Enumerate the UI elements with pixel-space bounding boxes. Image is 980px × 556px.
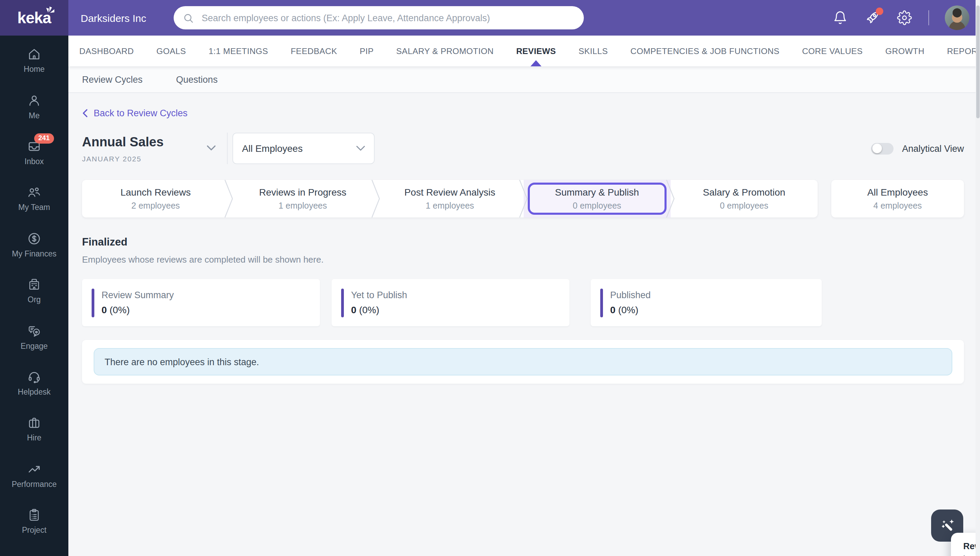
- stat-value: 0 (0%): [351, 304, 407, 315]
- scrollbar-thumb[interactable]: [976, 5, 979, 118]
- tab-salary-promotion[interactable]: SALARY & PROMOTION: [396, 36, 493, 66]
- step-post-review-analysis[interactable]: Post Review Analysis 1 employees: [376, 180, 523, 218]
- step-title: All Employees: [867, 187, 928, 198]
- global-search[interactable]: [174, 6, 584, 29]
- empty-stage-alert: There are no employees in this stage.: [93, 348, 952, 375]
- stat-card-yet-to-publish: Yet to Publish 0 (0%): [332, 279, 569, 326]
- back-to-review-cycles-link[interactable]: Back to Review Cycles: [82, 108, 188, 118]
- employee-filter-select[interactable]: All Employees: [232, 133, 375, 164]
- section-description: Employees whose reviews are completed wi…: [82, 254, 964, 265]
- step-count: 1 employees: [259, 201, 346, 211]
- step-reviews-in-progress[interactable]: Reviews in Progress 1 employees: [229, 180, 376, 218]
- keka-logo[interactable]: keka: [0, 0, 68, 36]
- tab-core-values[interactable]: CORE VALUES: [802, 36, 863, 66]
- sidebar-nav: Home Me 241 Inbox: [0, 36, 68, 556]
- search-input[interactable]: [200, 12, 575, 24]
- sidebar-item-label: Inbox: [24, 157, 44, 165]
- chevron-down-icon[interactable]: [206, 145, 216, 151]
- cycle-selector[interactable]: Annual Sales JANUARY 2025: [82, 134, 227, 162]
- team-icon: [27, 185, 42, 200]
- stat-label: Review Summary: [102, 290, 174, 300]
- stat-card-review-summary: Review Summary 0 (0%): [82, 279, 320, 326]
- sidebar-item-label: Performance: [11, 480, 57, 488]
- sidebar-item-performance[interactable]: Performance: [0, 452, 68, 498]
- step-all-employees[interactable]: All Employees 4 employees: [831, 180, 964, 218]
- step-title: Launch Reviews: [120, 187, 190, 198]
- home-icon: [27, 47, 42, 61]
- section-title: Finalized: [82, 236, 964, 248]
- subtab-review-cycles[interactable]: Review Cycles: [82, 74, 143, 84]
- whats-new-rocket-icon[interactable]: [864, 10, 880, 26]
- tab-reviews[interactable]: REVIEWS: [516, 36, 556, 66]
- chevron-down-icon: [356, 145, 365, 151]
- rocket-notification-dot: [875, 8, 883, 15]
- user-avatar[interactable]: [945, 5, 969, 30]
- user-icon: [27, 93, 42, 108]
- tab-goals[interactable]: GOALS: [156, 36, 186, 66]
- sidebar-item-home[interactable]: Home: [0, 37, 68, 83]
- stat-value: 0 (0%): [102, 304, 174, 315]
- step-count: 0 employees: [703, 201, 785, 211]
- sidebar-item-inbox[interactable]: 241 Inbox: [0, 129, 68, 175]
- dollar-circle-icon: [27, 231, 42, 246]
- notifications-bell-icon[interactable]: [832, 10, 848, 26]
- employee-filter-value: All Employees: [242, 143, 303, 154]
- cycle-period: JANUARY 2025: [82, 154, 227, 162]
- subtab-questions[interactable]: Questions: [176, 74, 218, 84]
- sidebar-item-my-finances[interactable]: My Finances: [0, 221, 68, 267]
- employee-list-card: There are no employees in this stage.: [82, 340, 964, 384]
- chat-icon: [27, 323, 42, 338]
- tab-skills[interactable]: SKILLS: [579, 36, 608, 66]
- module-tabs: DASHBOARD GOALS 1:1 MEETINGS FEEDBACK PI…: [68, 36, 980, 66]
- sidebar-item-engage[interactable]: Engage: [0, 314, 68, 360]
- toggle-knob: [872, 144, 882, 153]
- sidebar-item-label: Hire: [27, 434, 41, 442]
- sidebar-item-label: My Team: [18, 204, 50, 212]
- topbar-actions: [832, 0, 969, 36]
- trend-icon: [27, 461, 42, 476]
- top-bar: keka Darksiders Inc: [0, 0, 980, 36]
- sidebar-item-org[interactable]: Org: [0, 267, 68, 314]
- company-name: Darksiders Inc: [81, 12, 146, 24]
- sidebar-item-label: Project: [22, 526, 47, 534]
- tab-1-1-meetings[interactable]: 1:1 MEETINGS: [208, 36, 268, 66]
- step-launch-reviews[interactable]: Launch Reviews 2 employees: [82, 180, 229, 218]
- back-link-label: Back to Review Cycles: [93, 108, 188, 118]
- step-title: Summary & Publish: [555, 187, 639, 198]
- sidebar-item-helpdesk[interactable]: Helpdesk: [0, 359, 68, 406]
- reviews-subnav: Review Cycles Questions: [68, 66, 980, 93]
- step-salary-and-promotion[interactable]: Salary & Promotion 0 employees: [671, 180, 818, 218]
- analytical-view-label: Analytical View: [902, 143, 964, 154]
- inbox-count-badge: 241: [34, 133, 54, 144]
- tab-feedback[interactable]: FEEDBACK: [290, 36, 337, 66]
- tab-dashboard[interactable]: DASHBOARD: [79, 36, 134, 66]
- step-title: Post Review Analysis: [405, 187, 495, 198]
- tab-pip[interactable]: PIP: [359, 36, 374, 66]
- active-tab-indicator: [530, 60, 542, 66]
- stepper-card: Launch Reviews 2 employees Reviews in Pr…: [82, 180, 818, 218]
- step-summary-and-publish-selected[interactable]: Summary & Publish 0 employees: [523, 180, 670, 218]
- analytical-view-control: Analytical View: [871, 142, 964, 154]
- empty-stage-message: There are no employees in this stage.: [105, 357, 259, 367]
- sidebar-item-hire[interactable]: Hire: [0, 406, 68, 452]
- tab-competencies-job-functions[interactable]: COMPETENCIES & JOB FUNCTIONS: [630, 36, 779, 66]
- sidebar-item-project[interactable]: Project: [0, 498, 68, 544]
- sidebar-item-partial[interactable]: [0, 544, 68, 556]
- sidebar-item-label: Home: [24, 65, 44, 73]
- sidebar-item-me[interactable]: Me: [0, 83, 68, 129]
- main-area: DASHBOARD GOALS 1:1 MEETINGS FEEDBACK PI…: [68, 36, 980, 556]
- sidebar-item-label: Helpdesk: [18, 388, 51, 396]
- sidebar-item-my-team[interactable]: My Team: [0, 175, 68, 221]
- briefcase-icon: [27, 415, 42, 430]
- scrollbar-track[interactable]: [975, 0, 980, 556]
- topbar-divider: [928, 10, 929, 25]
- step-count: 1 employees: [405, 201, 495, 211]
- tab-growth[interactable]: GROWTH: [885, 36, 924, 66]
- sidebar-item-label: Me: [29, 111, 40, 120]
- headset-icon: [27, 369, 42, 384]
- settings-gear-icon[interactable]: [896, 10, 912, 26]
- sidebar-item-label: Org: [28, 296, 41, 304]
- analytical-view-toggle[interactable]: [871, 142, 894, 154]
- stat-label: Published: [610, 290, 651, 300]
- sidebar-item-label: Engage: [21, 342, 48, 350]
